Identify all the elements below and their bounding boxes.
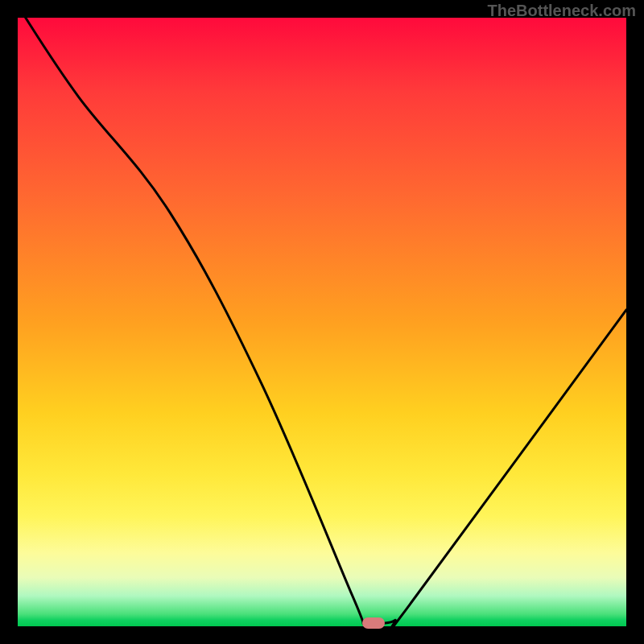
optimal-point-marker: [362, 617, 385, 629]
watermark-text: TheBottleneck.com: [488, 2, 636, 20]
chart-gradient-background: [18, 18, 626, 626]
